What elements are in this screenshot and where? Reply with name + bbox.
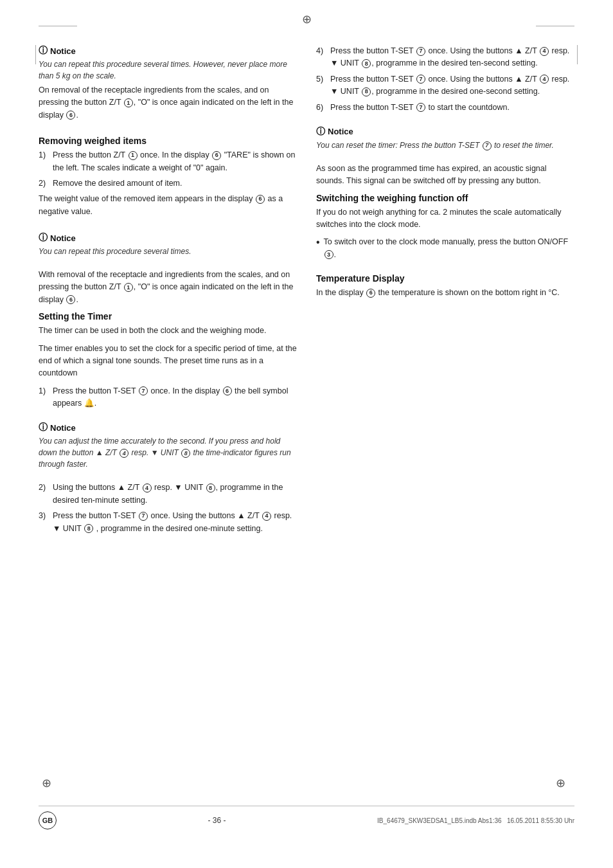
step5-content: Press the button T-SET 7 once. Using the… bbox=[330, 73, 574, 98]
switching-bullet: • To switch over to the clock mode manua… bbox=[316, 236, 574, 261]
btn-ref-8b: 8 bbox=[206, 484, 215, 493]
btn-ref-zt: 1 bbox=[129, 151, 138, 160]
timer-text2: The timer enables you to set the clock f… bbox=[39, 343, 297, 380]
btn-ref-4b: 4 bbox=[143, 484, 152, 493]
timer-step1-text: Press the button T-SET 7 once. In the di… bbox=[53, 385, 297, 410]
switching-title: Switching the weighing function off bbox=[316, 193, 574, 203]
step4-content: Press the button T-SET 7 once. Using the… bbox=[330, 45, 574, 70]
crosshair-bottom-left-icon: ⊕ bbox=[39, 775, 54, 791]
switching-section: Switching the weighing function off If y… bbox=[316, 193, 574, 265]
bullet-icon: • bbox=[316, 236, 320, 261]
step2-text: Remove the desired amount of item. bbox=[53, 177, 182, 190]
notice-body-1: On removal of the receptacle ingredients… bbox=[39, 84, 297, 122]
step2-content: Using the buttons ▲ Z/T 4 resp. ▼ UNIT 8… bbox=[53, 482, 297, 507]
step5: 5) Press the button T-SET 7 once. Using … bbox=[316, 73, 574, 98]
step3-label: 3) bbox=[39, 510, 50, 535]
notice-section-2: ⓘ Notice You can repeat this procedure s… bbox=[39, 232, 297, 260]
notice-title-3: ⓘ Notice bbox=[39, 422, 297, 433]
notice-text-3: You can adjust the time accurately to th… bbox=[39, 435, 297, 470]
info-icon-2: ⓘ bbox=[39, 232, 48, 244]
removal-paragraph: With removal of the receptacle and ingre… bbox=[39, 269, 297, 306]
weight-value-text: The weight value of the removed item app… bbox=[39, 193, 297, 218]
timer-text1: The timer can be used in both the clock … bbox=[39, 325, 297, 337]
notice-text-1: You can repeat this procedure several ti… bbox=[39, 59, 297, 82]
btn-ref-8a: 8 bbox=[181, 449, 190, 458]
removing-section: Removing weighed items 1) Press the butt… bbox=[39, 136, 297, 223]
info-icon-1: ⓘ bbox=[39, 45, 48, 57]
gb-badge: GB bbox=[39, 811, 57, 829]
step4-label: 4) bbox=[316, 45, 328, 70]
right-vert-line bbox=[577, 45, 578, 64]
btn-ref-4d: 4 bbox=[540, 47, 549, 56]
btn-ref-8c: 8 bbox=[84, 524, 93, 533]
notice-title-2: ⓘ Notice bbox=[39, 232, 297, 244]
temperature-title: Temperature Display bbox=[316, 273, 574, 284]
btn-ref-tset4: 7 bbox=[416, 47, 425, 56]
notice-title-4: ⓘ Notice bbox=[316, 126, 574, 138]
step6-content: Press the button T-SET 7 to start the co… bbox=[330, 102, 510, 114]
page: ⊕ ⓘ Notice You can repeat this procedure… bbox=[0, 0, 613, 868]
btn-ref-tset5: 7 bbox=[416, 75, 425, 84]
switching-text1: If you do not weigh anything for ca. 2 m… bbox=[316, 206, 574, 231]
steps-2-3-section: 2) Using the buttons ▲ Z/T 4 resp. ▼ UNI… bbox=[39, 482, 297, 538]
btn-ref-6d: 6 bbox=[223, 386, 232, 395]
info-icon-4: ⓘ bbox=[316, 126, 325, 138]
notice-label-4: Notice bbox=[328, 127, 353, 136]
step6: 6) Press the button T-SET 7 to start the… bbox=[316, 102, 574, 114]
step3-content: Press the button T-SET 7 once. Using the… bbox=[53, 510, 297, 535]
notice-section-4: ⓘ Notice You can reset the timer: Press … bbox=[316, 126, 574, 154]
timer-title: Setting the Timer bbox=[39, 311, 297, 321]
acoustic-text: As soon as the programmed time has expir… bbox=[316, 163, 574, 188]
removing-title: Removing weighed items bbox=[39, 136, 297, 146]
btn-ref-6b: 6 bbox=[256, 195, 265, 204]
left-column: ⓘ Notice You can repeat this procedure s… bbox=[39, 45, 297, 778]
btn-ref-6e: 6 bbox=[366, 289, 375, 298]
btn-ref-3: 3 bbox=[324, 250, 333, 259]
temperature-section: Temperature Display In the display 6 the… bbox=[316, 273, 574, 304]
gb-label: GB bbox=[42, 817, 53, 824]
step3: 3) Press the button T-SET 7 once. Using … bbox=[39, 510, 297, 535]
step2-num: 2) bbox=[39, 177, 50, 190]
timer-section: Setting the Timer The timer can be used … bbox=[39, 311, 297, 413]
switching-bullet-text: To switch over to the clock mode manuall… bbox=[324, 236, 574, 261]
footer-file: IB_64679_SKW3EDSA1_LB5.indb Abs1:36 16.0… bbox=[377, 817, 574, 824]
timer-step1-num: 1) bbox=[39, 385, 50, 410]
notice-section-1: ⓘ Notice You can repeat this procedure s… bbox=[39, 45, 297, 127]
btn-ref-8e: 8 bbox=[362, 87, 371, 96]
notice-title-1: ⓘ Notice bbox=[39, 45, 297, 57]
left-vert-line bbox=[35, 45, 36, 64]
temperature-text: In the display 6 the temperature is show… bbox=[316, 287, 574, 299]
step1-num: 1) bbox=[39, 149, 50, 174]
btn-ref-4c: 4 bbox=[262, 512, 271, 521]
step5-label: 5) bbox=[316, 73, 328, 98]
top-border-left bbox=[39, 26, 77, 26]
top-border-right bbox=[536, 26, 574, 26]
btn-ref-tset1: 7 bbox=[139, 386, 148, 395]
right-column: 4) Press the button T-SET 7 once. Using … bbox=[316, 45, 574, 778]
btn-ref-6c: 6 bbox=[66, 295, 75, 304]
btn-ref-4e: 4 bbox=[540, 75, 549, 84]
notice-text-2: You can repeat this procedure several ti… bbox=[39, 246, 297, 257]
notice-label-3: Notice bbox=[50, 423, 76, 433]
step6-label: 6) bbox=[316, 102, 328, 114]
btn-ref-1: 1 bbox=[124, 98, 133, 107]
steps-4-5-6-section: 4) Press the button T-SET 7 once. Using … bbox=[316, 45, 574, 117]
notice-text-4: You can reset the timer: Press the butto… bbox=[316, 140, 574, 151]
removing-step1: 1) Press the button Z/T 1 once. In the d… bbox=[39, 149, 297, 174]
step2: 2) Using the buttons ▲ Z/T 4 resp. ▼ UNI… bbox=[39, 482, 297, 507]
notice-label-2: Notice bbox=[50, 233, 76, 243]
btn-ref-tset6: 7 bbox=[416, 103, 425, 112]
btn-ref-disp: 6 bbox=[212, 151, 221, 160]
footer-filename: IB_64679_SKW3EDSA1_LB5.indb Abs1:36 bbox=[377, 817, 501, 824]
crosshair-bottom-right-icon: ⊕ bbox=[553, 775, 568, 791]
footer-date: 16.05.2011 8:55:30 Uhr bbox=[507, 817, 574, 824]
main-content: ⓘ Notice You can repeat this procedure s… bbox=[39, 45, 574, 778]
btn-ref-tset3: 7 bbox=[139, 512, 148, 521]
step1-text: Press the button Z/T 1 once. In the disp… bbox=[53, 149, 297, 174]
step4: 4) Press the button T-SET 7 once. Using … bbox=[316, 45, 574, 70]
notice-label-1: Notice bbox=[50, 46, 76, 56]
btn-ref-tset7: 7 bbox=[483, 141, 492, 150]
info-icon-3: ⓘ bbox=[39, 422, 48, 433]
btn-ref-6a: 6 bbox=[66, 111, 75, 120]
bottom-bar: GB - 36 - IB_64679_SKW3EDSA1_LB5.indb Ab… bbox=[39, 806, 574, 829]
